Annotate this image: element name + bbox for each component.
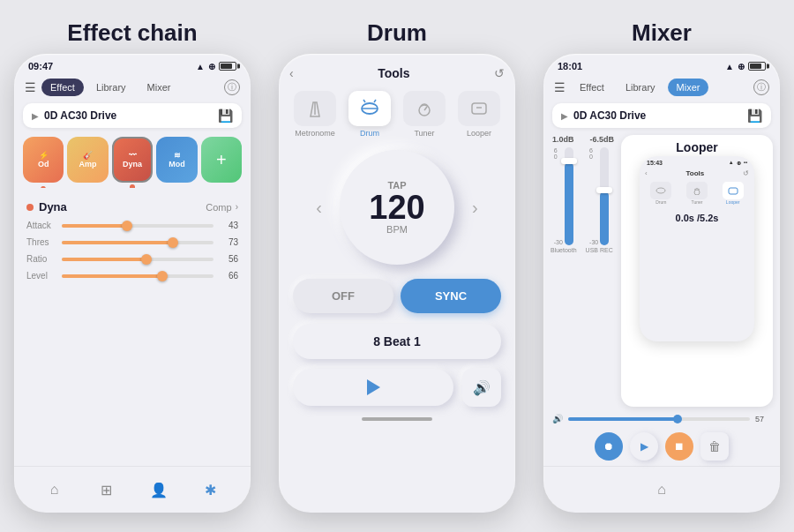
tool-icons-row: Metronome Drum [279,86,515,143]
nested-drum-tool[interactable]: Drum [650,182,671,205]
dyna-expand-icon[interactable]: › [236,202,238,212]
fader1-label: Bluetooth [551,247,577,253]
dyna-label: Dyna [39,200,206,214]
effect-chain-phone: 09:47 ▲ ⊕ ☰ Effect Library Mixer ⓘ ▶ 0D … [14,54,251,513]
nested-drum-label: Drum [655,199,666,205]
tool-looper[interactable]: Looper [458,91,500,138]
nested-looper-tool[interactable]: Looper [723,182,744,205]
tool-tuner[interactable]: Tuner [403,91,446,138]
fader1-fill [565,162,573,245]
effect-slot-add[interactable]: + [201,137,242,183]
effect-slot-amp[interactable]: 🎸 Amp [67,137,108,183]
mixer-tab-effect[interactable]: Effect [571,79,613,96]
fader2-thumb[interactable] [596,187,612,193]
home-icon[interactable]: ⌂ [41,476,69,504]
tab-library[interactable]: Library [87,79,135,96]
bpm-row: ‹ TAP 120 BPM › [307,150,486,265]
preset-bar[interactable]: ▶ 0D AC30 Drive 💾 [23,103,242,128]
vol-slider[interactable] [568,417,750,421]
info-icon[interactable]: ⓘ [224,79,240,95]
looper-record-button[interactable]: ⏺ [595,432,623,461]
grid-icon[interactable]: ⊞ [93,476,121,504]
od-icon: ⚡ [39,151,49,160]
looper-volume-row: 🔊 57 [543,410,780,427]
person-icon[interactable]: 👤 [145,476,173,504]
mixer-tab-mixer[interactable]: Mixer [668,79,709,96]
fader2-track[interactable] [600,147,609,245]
tab-mixer[interactable]: Mixer [139,79,180,96]
mixer-section: Mixer 18:01 ▲ ⊕ ☰ Effect Library Mixer ⓘ… [543,19,780,513]
param-row-thres: Thres 73 [14,234,251,251]
vol-thumb[interactable] [673,415,682,423]
looper-play-button[interactable]: ▶ [630,432,658,461]
param-label-thres: Thres [26,237,55,247]
looper-stop-button[interactable]: ⏹ [665,432,693,461]
mixer-status-time: 18:01 [558,61,582,71]
thres-slider[interactable] [62,241,213,244]
nested-settings-icon[interactable]: ↺ [743,169,749,177]
ratio-slider[interactable] [62,258,213,261]
attack-slider[interactable] [62,224,213,228]
mixer-tab-library[interactable]: Library [617,79,664,96]
fader2-fill [600,191,609,245]
nested-tuner-tool[interactable]: Tuner [686,182,708,205]
param-label-level: Level [26,271,55,281]
svg-rect-11 [729,188,738,194]
scale2-0: 0 [589,154,598,160]
fader2-db: -6.5dB [590,135,615,144]
nested-tools-title: Tools [648,169,743,177]
tool-metronome[interactable]: Metronome [294,91,336,138]
looper-label: Looper [467,129,491,138]
mixer-menu-icon[interactable]: ☰ [554,80,566,94]
effect-chain-title: Effect chain [67,19,197,47]
tools-refresh-icon[interactable]: ↺ [494,66,505,80]
fader-tracks: 6 0 -30 Bluetooth [551,147,616,253]
scale2-6: 6 [589,147,598,154]
volume-button[interactable]: 🔊 [462,368,501,407]
bpm-circle[interactable]: TAP 120 BPM [340,150,454,265]
fader-col-1: 6 0 -30 Bluetooth [551,147,577,253]
looper-play-icon: ▶ [640,440,648,453]
tool-drum[interactable]: Drum [348,91,391,138]
param-label-attack: Attack [26,221,55,230]
looper-delete-button[interactable]: 🗑 [700,432,729,461]
param-row-level: Level 66 [14,267,251,284]
off-button[interactable]: OFF [293,279,393,313]
sync-button[interactable]: SYNC [401,279,501,313]
nav-tabs: Effect Library Mixer [41,79,219,96]
tab-effect[interactable]: Effect [41,79,84,96]
nested-time: 15:43 [647,160,663,166]
effect-slot-dyna[interactable]: 〰 Dyna [112,137,154,183]
bpm-decrease-icon[interactable]: ‹ [307,189,331,227]
metronome-icon-box [294,91,336,126]
play-button[interactable] [293,369,453,406]
mixer-preset-bar[interactable]: ▶ 0D AC30 Drive 💾 [552,103,771,128]
mixer-home-icon[interactable]: ⌂ [648,476,676,504]
bottom-nav: ⌂ ⊞ 👤 ✱ [14,466,251,513]
bpm-increase-icon[interactable]: › [463,189,487,227]
level-value: 66 [221,271,238,281]
dyna-icon: 〰 [129,151,137,160]
param-row-attack: Attack 43 [14,217,251,234]
save-icon[interactable]: 💾 [218,109,233,123]
fader1-thumb[interactable] [561,158,577,164]
tools-title: Tools [294,66,494,80]
drum-phone: ‹ Tools ↺ Metronome [279,54,515,513]
mixer-info-icon[interactable]: ⓘ [753,79,769,95]
drum-icon-box [348,91,391,126]
nested-looper-box [723,182,744,199]
fader1-track[interactable] [565,147,573,245]
effect-slot-od[interactable]: ⚡ Od [23,137,64,183]
bluetooth-icon[interactable]: ✱ [197,476,225,504]
bpm-section: ‹ TAP 120 BPM › [279,143,515,272]
comp-label: Comp [206,202,231,213]
level-slider[interactable] [62,274,213,278]
menu-icon[interactable]: ☰ [25,80,36,94]
effect-slot-mod[interactable]: ≋ Mod [156,137,197,183]
fader2-track-wrapper: 6 0 -30 [589,147,609,245]
scale-neg30: -30 [554,239,563,245]
nested-status: 15:43 ▲ ⊕ ▪▪ [640,156,754,168]
mixer-save-icon[interactable]: 💾 [747,109,762,123]
beat-selector[interactable]: 8 Beat 1 [293,324,501,359]
drum-title: Drum [367,19,427,47]
